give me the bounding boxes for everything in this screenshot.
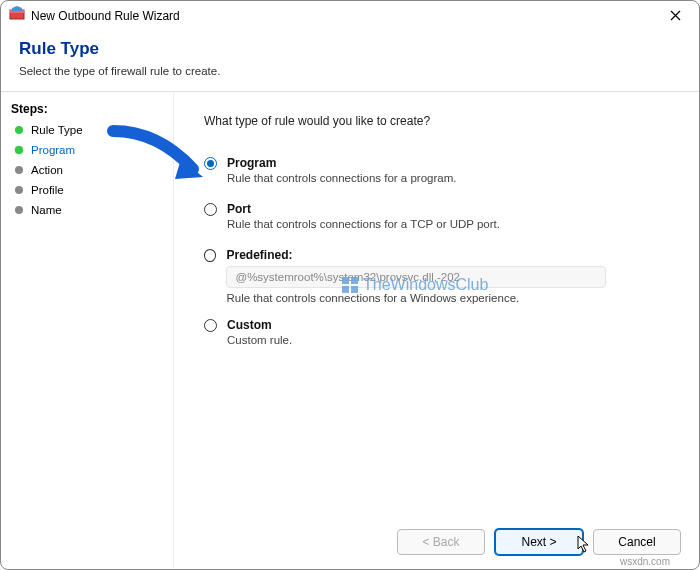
step-program[interactable]: Program <box>11 140 165 160</box>
step-label: Action <box>31 164 63 176</box>
step-name[interactable]: Name <box>11 200 165 220</box>
step-rule-type[interactable]: Rule Type <box>11 120 165 140</box>
bullet-icon <box>15 126 23 134</box>
window-title: New Outbound Rule Wizard <box>31 9 180 23</box>
step-action[interactable]: Action <box>11 160 165 180</box>
option-custom[interactable]: Custom Custom rule. <box>204 318 673 346</box>
option-label: Program <box>227 156 456 170</box>
page-subtitle: Select the type of firewall rule to crea… <box>19 65 681 77</box>
bullet-icon <box>15 186 23 194</box>
option-port[interactable]: Port Rule that controls connections for … <box>204 202 673 230</box>
page-title: Rule Type <box>19 39 681 59</box>
step-label: Profile <box>31 184 64 196</box>
wizard-window: New Outbound Rule Wizard Rule Type Selec… <box>0 0 700 570</box>
predefined-dropdown[interactable]: @%systemroot%\system32\provsvc.dll,-202 <box>226 266 606 288</box>
radio-predefined[interactable] <box>204 249 216 262</box>
option-label: Predefined: <box>226 248 673 262</box>
option-predefined[interactable]: Predefined: @%systemroot%\system32\provs… <box>204 248 673 304</box>
body: Steps: Rule Type Program Action Profile … <box>1 92 699 569</box>
titlebar: New Outbound Rule Wizard <box>1 1 699 31</box>
firewall-icon <box>9 6 25 26</box>
bullet-icon <box>15 146 23 154</box>
step-label: Rule Type <box>31 124 83 136</box>
question-text: What type of rule would you like to crea… <box>204 114 673 128</box>
radio-custom[interactable] <box>204 319 217 332</box>
cancel-button[interactable]: Cancel <box>593 529 681 555</box>
option-desc: Rule that controls connections for a Win… <box>226 292 673 304</box>
button-bar: < Back Next > Cancel <box>397 529 681 555</box>
step-label: Name <box>31 204 62 216</box>
option-program[interactable]: Program Rule that controls connections f… <box>204 156 673 184</box>
close-icon[interactable] <box>660 4 691 28</box>
header: Rule Type Select the type of firewall ru… <box>1 31 699 87</box>
step-label: Program <box>31 144 75 156</box>
step-profile[interactable]: Profile <box>11 180 165 200</box>
radio-program[interactable] <box>204 157 217 170</box>
steps-label: Steps: <box>11 102 165 116</box>
bullet-icon <box>15 206 23 214</box>
main-panel: What type of rule would you like to crea… <box>173 92 699 569</box>
option-label: Port <box>227 202 500 216</box>
bullet-icon <box>15 166 23 174</box>
option-desc: Rule that controls connections for a TCP… <box>227 218 500 230</box>
option-desc: Custom rule. <box>227 334 292 346</box>
option-desc: Rule that controls connections for a pro… <box>227 172 456 184</box>
back-button: < Back <box>397 529 485 555</box>
option-label: Custom <box>227 318 292 332</box>
radio-port[interactable] <box>204 203 217 216</box>
next-button[interactable]: Next > <box>495 529 583 555</box>
credit: wsxdn.com <box>620 556 698 570</box>
steps-sidebar: Steps: Rule Type Program Action Profile … <box>1 92 173 569</box>
